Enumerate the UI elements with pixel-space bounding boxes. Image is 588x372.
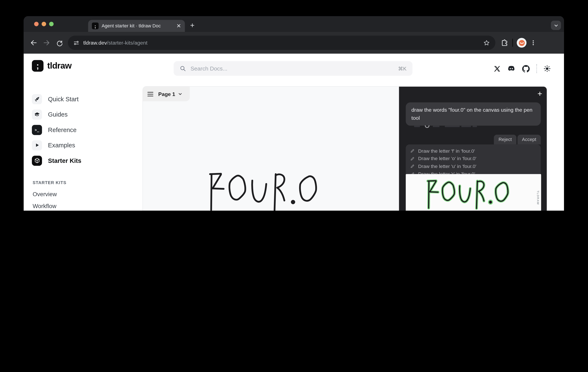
url-text: tldraw.dev/starter-kits/agent: [83, 40, 483, 46]
url-host: tldraw.dev: [83, 40, 107, 46]
bookmark-star-icon[interactable]: [483, 39, 490, 46]
traffic-light-close[interactable]: [34, 22, 39, 26]
chevron-down-icon: [554, 23, 558, 28]
graduation-cap-icon: [32, 109, 42, 119]
browser-window: ; Agent starter kit · tldraw Doc ✕ + tl: [23, 16, 564, 211]
tldraw-logo-text: tldraw: [47, 61, 72, 71]
todo-list: Draw the letter 'f' in 'four.0' Draw the…: [406, 144, 541, 177]
pen-icon: [410, 156, 415, 161]
traffic-light-zoom[interactable]: [49, 22, 53, 26]
toolbar-divider: [512, 39, 513, 47]
play-icon: [32, 140, 42, 150]
tldraw-logo-icon: ;: [32, 60, 43, 72]
page-menu-button[interactable]: Page 1: [158, 91, 182, 97]
browser-toolbar-right: [501, 38, 536, 48]
todo-item: Draw the letter 'u' in 'four.0': [410, 162, 536, 170]
header-social-icons: [494, 63, 551, 75]
sidebar-item-reference[interactable]: >_ Reference: [32, 125, 76, 135]
sidebar-item-examples[interactable]: Examples: [32, 140, 75, 150]
new-chat-button[interactable]: +: [537, 89, 542, 99]
main-menu-icon[interactable]: [147, 91, 153, 97]
sidebar-item-quick-start[interactable]: Quick Start: [32, 94, 79, 104]
pen-icon: [410, 149, 415, 153]
discord-icon[interactable]: [507, 64, 516, 73]
chevron-down-icon: [178, 92, 182, 96]
browser-tab[interactable]: ; Agent starter kit · tldraw Doc ✕: [88, 20, 185, 32]
sidebar-item-label: Reference: [48, 126, 77, 133]
agent-demo-widget: Page 1: [142, 86, 547, 211]
search-shortcut: ⌘K: [398, 65, 407, 71]
page-label: Page 1: [158, 91, 175, 97]
todo-item: Draw the letter 'o' in 'four.0': [410, 155, 536, 162]
back-button[interactable]: [27, 36, 40, 49]
search-input[interactable]: [190, 65, 394, 72]
docs-page: ; tldraw ⌘K Quick Start: [23, 54, 564, 211]
search-icon: [179, 65, 186, 72]
profile-avatar[interactable]: [517, 38, 526, 48]
rocket-icon: [32, 94, 42, 104]
site-settings-icon[interactable]: [73, 40, 79, 46]
tab-title: Agent starter kit · tldraw Doc: [102, 23, 173, 29]
drawing-preview-image[interactable]: TLDRAW: [406, 174, 541, 211]
canvas-page-bar: Page 1: [143, 87, 190, 101]
address-bar[interactable]: tldraw.dev/starter-kits/agent: [68, 36, 495, 50]
terminal-icon: >_: [32, 125, 42, 135]
sidebar-item-starter-kits[interactable]: Starter Kits: [32, 155, 81, 166]
tldraw-canvas[interactable]: Page 1: [143, 87, 399, 211]
sidebar-item-guides[interactable]: Guides: [32, 109, 67, 119]
sidebar-item-label: Guides: [48, 111, 67, 118]
sidebar-section-starter-kits: STARTER KITS: [33, 181, 66, 185]
sidebar-item-label: Examples: [48, 142, 75, 149]
scrolled-text-remnant: [414, 125, 496, 129]
browser-menu-kebab-icon[interactable]: [530, 40, 536, 46]
sidebar-link-overview[interactable]: Overview: [33, 191, 57, 198]
reload-button[interactable]: [53, 36, 66, 49]
github-icon[interactable]: [522, 65, 530, 73]
preview-tldraw-watermark: TLDRAW: [536, 191, 540, 205]
tab-favicon-tldraw-icon: ;: [92, 22, 99, 29]
screenshot-root: ; Agent starter kit · tldraw Doc ✕ + tl: [0, 0, 588, 211]
todo-item: Draw the letter 'f' in 'four.0': [410, 147, 536, 155]
forward-button[interactable]: [40, 36, 53, 49]
traffic-light-minimize[interactable]: [42, 22, 46, 26]
tab-search-chevron-button[interactable]: [551, 21, 561, 30]
theme-sun-icon[interactable]: [543, 65, 551, 72]
search-box[interactable]: ⌘K: [174, 61, 412, 76]
browser-toolbar: tldraw.dev/starter-kits/agent: [23, 32, 564, 53]
url-path: /starter-kits/agent: [107, 40, 147, 46]
reject-button[interactable]: Reject: [494, 135, 516, 144]
sidebar-item-label: Starter Kits: [48, 157, 81, 164]
sidebar-item-label: Quick Start: [48, 96, 79, 103]
sidebar-link-workflow[interactable]: Workflow: [33, 203, 56, 210]
browser-tab-strip: ; Agent starter kit · tldraw Doc ✕ +: [23, 16, 564, 32]
user-message: draw the words "four.0" on the canvas us…: [406, 102, 541, 126]
tldraw-logo[interactable]: ; tldraw: [32, 60, 72, 72]
tab-close-icon[interactable]: ✕: [176, 22, 181, 29]
new-tab-button[interactable]: +: [190, 21, 195, 29]
review-actions: Reject Accept: [494, 135, 541, 144]
cube-icon: [32, 155, 42, 166]
pen-icon: [410, 164, 415, 168]
accept-button[interactable]: Accept: [517, 135, 541, 144]
canvas-drawing-four-0[interactable]: [204, 168, 329, 211]
header-divider: [536, 64, 537, 73]
agent-chat-panel: + draw the words "four.0" on the canvas …: [399, 87, 547, 211]
x-twitter-icon[interactable]: [494, 65, 501, 72]
extensions-puzzle-icon[interactable]: [501, 39, 508, 47]
